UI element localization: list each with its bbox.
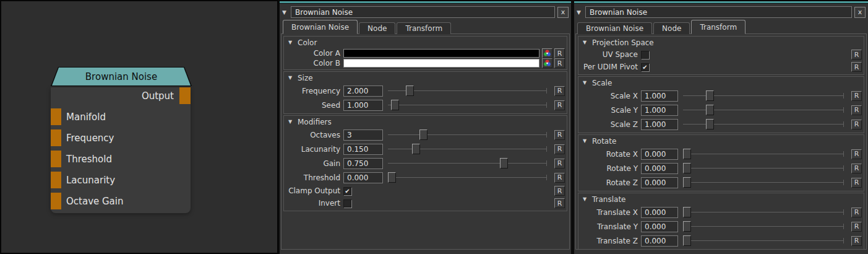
tab-transform[interactable]: Transform — [691, 20, 746, 34]
color-b-picker-button[interactable] — [542, 58, 552, 68]
panel-collapse-icon[interactable]: ▼ — [577, 9, 585, 15]
seed-slider[interactable] — [388, 99, 547, 111]
octaves-reset-button[interactable]: R — [554, 130, 565, 140]
gain-input[interactable]: 0.750 — [343, 158, 383, 169]
slider-handle[interactable] — [412, 144, 420, 154]
slider-handle[interactable] — [683, 221, 691, 232]
panel-collapse-icon[interactable]: ▼ — [282, 9, 291, 15]
threshold-input[interactable]: 0.000 — [343, 172, 383, 183]
translate-x-input[interactable]: 0.000 — [641, 207, 678, 218]
node-body[interactable]: Output ManifoldFrequencyThresholdLacunar… — [51, 87, 191, 213]
port-threshold[interactable] — [51, 151, 61, 167]
uv-space-reset-button[interactable]: R — [851, 50, 862, 59]
tab-node[interactable]: Node — [653, 22, 690, 34]
rotate-x-input[interactable]: 0.000 — [641, 149, 678, 160]
slider-handle[interactable] — [419, 129, 428, 140]
clamp-output-reset-button[interactable]: R — [554, 186, 565, 196]
section-collapse-icon[interactable]: ▼ — [288, 75, 298, 81]
per-udim-pivot-checkbox[interactable]: ✔ — [641, 63, 649, 71]
section-header-scale[interactable]: ▼Scale — [578, 77, 864, 89]
section-collapse-icon[interactable]: ▼ — [583, 80, 592, 85]
rotate-z-slider[interactable] — [683, 177, 844, 188]
seed-input[interactable]: 1.000 — [343, 100, 383, 111]
slider-handle[interactable] — [406, 85, 414, 96]
rotate-z-reset-button[interactable]: R — [851, 178, 862, 188]
section-header-rotate[interactable]: ▼Rotate — [578, 135, 864, 147]
translate-y-input[interactable]: 0.000 — [641, 221, 678, 232]
gain-slider[interactable] — [388, 157, 547, 169]
lacunarity-input[interactable]: 0.150 — [343, 144, 383, 155]
color-b-reset-button[interactable]: R — [554, 58, 565, 68]
scale-z-input[interactable]: 1.000 — [641, 119, 678, 130]
per-udim-pivot-reset-button[interactable]: R — [851, 62, 862, 72]
section-header-color[interactable]: ▼Color — [284, 37, 567, 48]
octaves-input[interactable]: 3 — [343, 129, 383, 141]
section-header-projection-space[interactable]: ▼Projection Space — [578, 37, 864, 48]
panel-close-button[interactable]: x — [557, 7, 569, 18]
threshold-reset-button[interactable]: R — [554, 173, 565, 183]
color-b-swatch[interactable] — [343, 59, 539, 68]
scale-x-input[interactable]: 1.000 — [641, 90, 678, 102]
port-frequency[interactable] — [51, 129, 61, 146]
section-collapse-icon[interactable]: ▼ — [583, 40, 592, 45]
lacunarity-slider[interactable] — [388, 143, 547, 155]
tab-brownian-noise[interactable]: Brownian Noise — [577, 22, 652, 34]
section-collapse-icon[interactable]: ▼ — [583, 196, 592, 202]
slider-handle[interactable] — [706, 90, 714, 101]
scale-z-slider[interactable] — [683, 118, 844, 130]
translate-x-reset-button[interactable]: R — [851, 208, 862, 217]
frequency-slider[interactable] — [388, 85, 547, 97]
color-a-reset-button[interactable]: R — [554, 48, 565, 58]
seed-reset-button[interactable]: R — [554, 100, 565, 110]
tab-transform[interactable]: Transform — [397, 22, 451, 34]
color-a-swatch[interactable] — [343, 49, 539, 58]
section-header-translate[interactable]: ▼Translate — [578, 193, 864, 205]
tab-brownian-noise[interactable]: Brownian Noise — [283, 20, 358, 34]
rotate-y-slider[interactable] — [683, 162, 844, 174]
section-collapse-icon[interactable]: ▼ — [583, 138, 592, 144]
threshold-slider[interactable] — [388, 172, 547, 183]
lacunarity-reset-button[interactable]: R — [554, 144, 565, 154]
slider-handle[interactable] — [500, 158, 508, 169]
node-brownian-noise[interactable]: Brownian Noise Output ManifoldFrequencyT… — [51, 67, 192, 213]
section-collapse-icon[interactable]: ▼ — [288, 119, 298, 125]
section-header-size[interactable]: ▼Size — [284, 72, 567, 84]
frequency-reset-button[interactable]: R — [554, 86, 565, 96]
gain-reset-button[interactable]: R — [554, 159, 565, 169]
slider-handle[interactable] — [391, 100, 399, 110]
invert-reset-button[interactable]: R — [554, 198, 565, 208]
slider-handle[interactable] — [683, 149, 691, 159]
scale-x-slider[interactable] — [683, 90, 844, 102]
clamp-output-checkbox[interactable]: ✔ — [343, 187, 351, 195]
port-octave-gain[interactable] — [51, 193, 61, 209]
port-lacunarity[interactable] — [51, 172, 61, 188]
scale-y-input[interactable]: 1.000 — [641, 105, 678, 116]
translate-x-slider[interactable] — [683, 206, 844, 218]
section-collapse-icon[interactable]: ▼ — [288, 40, 298, 45]
tab-node[interactable]: Node — [359, 22, 395, 34]
uv-space-checkbox[interactable] — [641, 51, 649, 59]
slider-handle[interactable] — [706, 105, 714, 115]
translate-z-slider[interactable] — [683, 235, 844, 247]
node-graph-canvas[interactable]: Brownian Noise Output ManifoldFrequencyT… — [0, 0, 278, 254]
slider-handle[interactable] — [683, 177, 691, 188]
rotate-y-input[interactable]: 0.000 — [641, 163, 678, 174]
invert-checkbox[interactable] — [343, 199, 351, 208]
rotate-y-reset-button[interactable]: R — [851, 164, 862, 173]
translate-z-reset-button[interactable]: R — [851, 236, 862, 246]
slider-handle[interactable] — [706, 119, 714, 129]
node-header[interactable]: Brownian Noise — [51, 67, 192, 86]
port-output[interactable] — [179, 87, 191, 104]
scale-y-slider[interactable] — [683, 104, 844, 116]
panel-title-field[interactable]: Brownian Noise — [291, 6, 555, 18]
slider-handle[interactable] — [683, 235, 691, 246]
panel-dock-strip[interactable] — [574, 0, 868, 4]
slider-handle[interactable] — [683, 163, 691, 173]
rotate-z-input[interactable]: 0.000 — [641, 177, 678, 188]
translate-y-reset-button[interactable]: R — [851, 222, 862, 232]
scale-x-reset-button[interactable]: R — [851, 91, 862, 101]
rotate-x-slider[interactable] — [683, 148, 844, 160]
panel-title-field[interactable]: Brownian Noise — [585, 6, 852, 18]
slider-handle[interactable] — [388, 172, 396, 183]
color-a-picker-button[interactable] — [542, 48, 552, 58]
